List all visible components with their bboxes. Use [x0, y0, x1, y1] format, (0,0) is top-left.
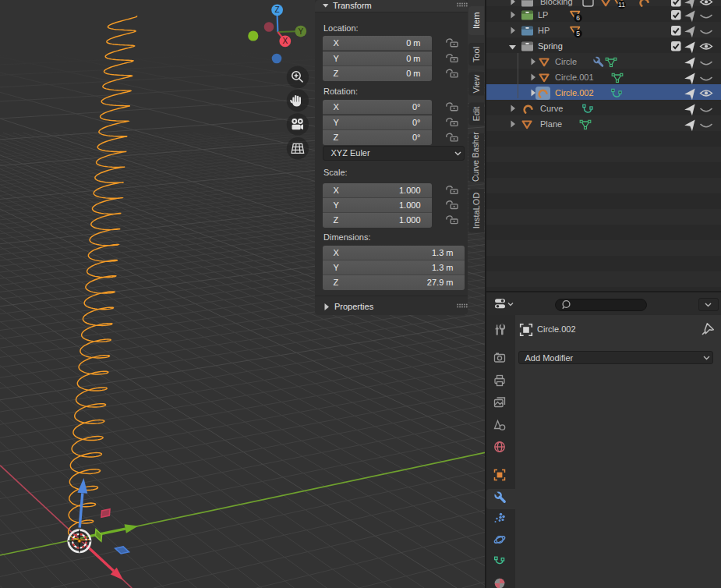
svg-text:5: 5: [576, 30, 580, 37]
svg-text:11: 11: [618, 1, 625, 9]
svg-text:X: X: [282, 37, 288, 45]
svg-text:Y: Y: [298, 27, 303, 36]
svg-text:Z: Z: [275, 5, 280, 14]
svg-text:6: 6: [576, 14, 580, 22]
